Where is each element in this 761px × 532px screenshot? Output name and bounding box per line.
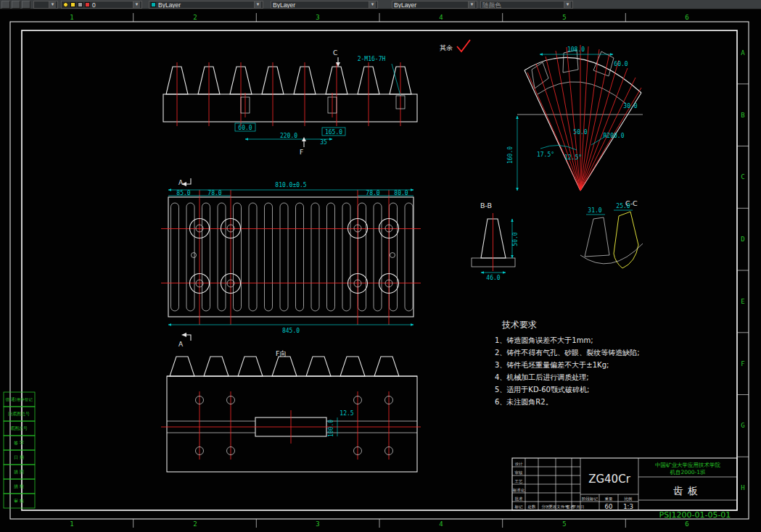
margin-label: 借(通)用件登记 [5, 396, 33, 402]
color-swatch [151, 2, 156, 7]
tech-req-item: 2、铸件不得有气孔、砂眼、裂纹等铸造缺陷; [495, 349, 640, 357]
margin-label: 签 字 [14, 440, 24, 445]
dim-text: 31.0 [588, 207, 601, 214]
zone-number: 6 [685, 14, 688, 21]
surface-finish-note[interactable]: 其余 [440, 40, 470, 51]
dim-text: 60.0 [614, 61, 628, 67]
dim-text: 30.0 [623, 103, 637, 109]
drawing-canvas[interactable]: 1 2 3 4 5 6 1 2 3 4 5 6 A B C D E F G H … [0, 9, 761, 532]
zone-letter: G [741, 422, 744, 429]
dim-text: 12.5 [340, 410, 353, 417]
section-title: B-B [480, 201, 492, 209]
dim-text: 12.5° [564, 154, 582, 161]
lineweight-combo[interactable]: ByLayer ▼ [392, 1, 477, 9]
technical-requirements[interactable]: 技术要求 1、铸造圆角误差不大于1mm; 2、铸件不得有气孔、砂眼、裂纹等铸造缺… [495, 320, 640, 406]
zone-number: 5 [562, 14, 566, 21]
misc-combo[interactable]: ▼ [33, 1, 58, 9]
title-row-label: 批准 [515, 496, 524, 502]
zone-number: 2 [193, 14, 197, 21]
chevron-down-icon: ▼ [133, 1, 140, 8]
chevron-down-icon: ▼ [369, 1, 376, 8]
title-row-label: 审核 [515, 470, 524, 475]
title-col-label: 处数 [528, 504, 537, 510]
tech-req-item: 6、未注圆角R2。 [495, 398, 553, 406]
margin-blocks[interactable]: 借(通)用件登记 旧底图总号 底图总号 签 字 日 期 描 图 描 校 审 核 [4, 392, 35, 508]
title-row-label: 设计 [515, 462, 524, 466]
finish-prefix-label: 其余 [440, 44, 453, 51]
scale-value: 1:3 [623, 503, 633, 510]
title-block[interactable]: 设计 审核 工艺 标准化 批准 标记 处数 分区 更改文件号 签名 年月日 ZG… [512, 458, 737, 510]
linetype-combo[interactable]: ByLayer ▼ [271, 1, 378, 9]
zone-letter: A [741, 49, 745, 57]
color-value: ByLayer [158, 1, 252, 9]
zone-number: 4 [439, 520, 443, 528]
drawing-number: PSJ1200-01-05-01 [659, 510, 731, 520]
lineweight-value: ByLayer [394, 1, 466, 9]
margin-label: 日 期 [14, 454, 24, 460]
weight-value: 60 [605, 503, 613, 510]
zone-letter: F [741, 360, 744, 367]
tech-req-item: 3、铸件毛坯重量偏差不大于±1Kg; [495, 361, 609, 369]
dim-text: 810.0±0.5 [275, 182, 307, 188]
view-section-b[interactable]: B-B 50.0 46.0 [472, 201, 519, 281]
dim-text: 108.0 [567, 46, 585, 53]
layer-combo[interactable]: 0 ▼ [61, 1, 142, 9]
zone-number: 6 [685, 520, 688, 528]
tech-req-item: 1、铸造圆角误差不大于1mm; [495, 336, 593, 344]
surface-finish-check-icon [457, 40, 470, 51]
tech-req-item: 5、适用于KD-60颚式破碎机; [495, 386, 589, 394]
layer-freeze-icon [70, 2, 75, 7]
tooth-ribs [171, 203, 414, 311]
tech-req-item: 4、机械加工后进行调质处理; [495, 373, 589, 381]
drawing-svg: 1 2 3 4 5 6 1 2 3 4 5 6 A B C D E F G H … [0, 9, 761, 532]
chevron-down-icon: ▼ [564, 1, 571, 8]
margin-label: 描 校 [14, 483, 24, 489]
title-col-label: 标记 [514, 504, 524, 510]
cad-window: ▼ 0 ▼ ByLayer ▼ ByLayer ▼ ByLayer ▼ 随颜色 … [0, 0, 761, 532]
dim-text: 78.0 [366, 190, 379, 196]
layer-lock-icon [78, 2, 83, 7]
color-combo[interactable]: ByLayer ▼ [149, 1, 263, 9]
arrow-icon [181, 333, 186, 337]
chevron-down-icon: ▼ [468, 1, 475, 8]
plotstyle-combo[interactable]: 随颜色 ▼ [480, 1, 573, 9]
thread-callout: 2-M16-7H [358, 56, 386, 62]
margin-label: 底图总号 [10, 425, 28, 431]
toolbar-icon-2[interactable] [12, 1, 20, 9]
zone-number: 3 [316, 520, 319, 528]
dim-text: 165.0 [325, 129, 342, 136]
title-row-label: 标准化 [512, 488, 525, 493]
view-section-c[interactable]: C-C 31.0 25.0 [580, 199, 643, 268]
dim-text: 17.5° [537, 151, 554, 158]
dim-text: 78.0 [207, 190, 221, 196]
view-plan[interactable]: 810.0±0.5 85.0 78.0 78.0 80.0 845.0 A A [161, 178, 421, 348]
zone-letter: B [741, 112, 744, 119]
toolbar-icon-3[interactable] [22, 1, 30, 9]
zone-number: 3 [316, 14, 319, 21]
dim-text: 50.0 [573, 129, 587, 136]
dim-text: R200.0 [604, 133, 625, 139]
zone-number: 4 [439, 14, 443, 21]
view-f-mark: F [300, 149, 303, 156]
dim-text: 50.0 [512, 232, 519, 246]
plotstyle-value: 随颜色 [482, 1, 562, 9]
view-section-a[interactable]: 2-M16-7H 60.0 165.0 220.0 35 C F [163, 49, 417, 156]
toolbar-icon-1[interactable] [1, 1, 10, 9]
view-fan-sector[interactable]: 108.0 60.0 30.0 160.0 17.5° 12.5° R200.0… [507, 45, 643, 191]
margin-label: 旧底图总号 [8, 411, 30, 417]
bolt-holes [190, 219, 399, 294]
layer-on-icon [63, 2, 68, 7]
dim-text: 100.0 [328, 420, 334, 437]
view-title: F向 [276, 349, 287, 357]
section-a-label: A [178, 341, 184, 348]
weight-label: 重量 [605, 496, 614, 501]
view-f[interactable]: F向 100.0 12.5 [161, 349, 421, 472]
scale-label: 比例 [625, 496, 633, 502]
zone-number: 1 [70, 14, 73, 21]
material-label: ZG40Cr [588, 473, 630, 486]
part-name-label: 齿板 [673, 485, 702, 496]
layer-name-label: 0 [92, 1, 131, 9]
bolt-holes [196, 396, 393, 455]
dim-text: 80.0 [394, 190, 408, 196]
margin-label: 审 核 [14, 498, 24, 503]
